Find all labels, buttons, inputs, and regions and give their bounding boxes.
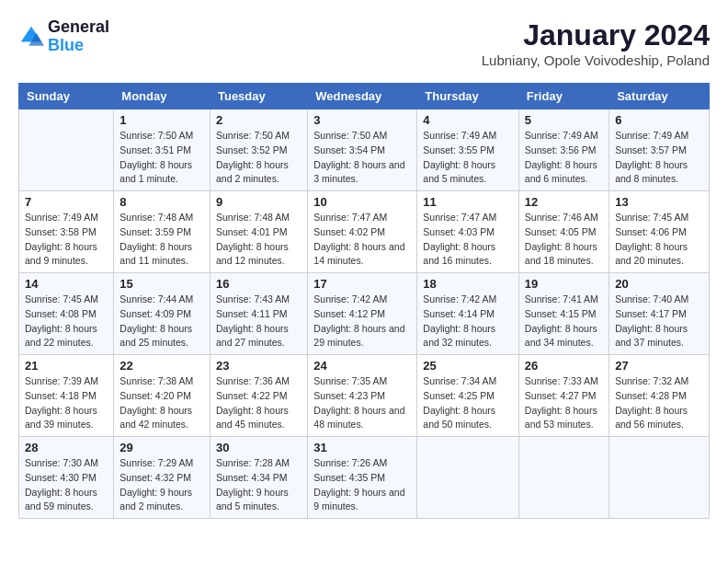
page-subtitle: Lubniany, Opole Voivodeship, Poland	[482, 52, 710, 68]
day-number: 10	[313, 195, 411, 209]
column-header-thursday: Thursday	[417, 84, 519, 109]
day-number: 28	[25, 441, 108, 454]
day-info: Sunrise: 7:45 AMSunset: 4:08 PMDaylight:…	[25, 293, 108, 350]
calendar-week-row: 1Sunrise: 7:50 AMSunset: 3:51 PMDaylight…	[19, 109, 710, 191]
calendar-week-row: 28Sunrise: 7:30 AMSunset: 4:30 PMDayligh…	[19, 437, 710, 519]
calendar-cell: 29Sunrise: 7:29 AMSunset: 4:32 PMDayligh…	[114, 437, 210, 519]
calendar-cell: 17Sunrise: 7:42 AMSunset: 4:12 PMDayligh…	[308, 273, 417, 355]
day-number: 31	[313, 441, 411, 454]
calendar-cell: 11Sunrise: 7:47 AMSunset: 4:03 PMDayligh…	[417, 191, 519, 273]
calendar-cell: 16Sunrise: 7:43 AMSunset: 4:11 PMDayligh…	[210, 273, 307, 355]
calendar-cell: 26Sunrise: 7:33 AMSunset: 4:27 PMDayligh…	[518, 355, 609, 437]
calendar-cell: 7Sunrise: 7:49 AMSunset: 3:58 PMDaylight…	[19, 191, 114, 273]
day-info: Sunrise: 7:48 AMSunset: 3:59 PMDaylight:…	[119, 211, 204, 269]
day-info: Sunrise: 7:49 AMSunset: 3:55 PMDaylight:…	[423, 129, 513, 187]
calendar-cell: 6Sunrise: 7:49 AMSunset: 3:57 PMDaylight…	[609, 109, 710, 191]
calendar-cell: 22Sunrise: 7:38 AMSunset: 4:20 PMDayligh…	[114, 355, 210, 437]
calendar-table: SundayMondayTuesdayWednesdayThursdayFrid…	[18, 83, 710, 519]
day-info: Sunrise: 7:30 AMSunset: 4:30 PMDaylight:…	[25, 456, 108, 514]
day-number: 23	[216, 359, 301, 373]
day-number: 17	[313, 277, 411, 291]
calendar-cell: 5Sunrise: 7:49 AMSunset: 3:56 PMDaylight…	[518, 109, 609, 191]
calendar-cell: 10Sunrise: 7:47 AMSunset: 4:02 PMDayligh…	[308, 191, 417, 273]
day-number: 13	[615, 195, 703, 209]
calendar-cell: 2Sunrise: 7:50 AMSunset: 3:52 PMDaylight…	[210, 109, 307, 191]
day-number: 24	[313, 359, 411, 373]
logo: General Blue	[18, 18, 109, 55]
calendar-cell: 31Sunrise: 7:26 AMSunset: 4:35 PMDayligh…	[308, 437, 417, 519]
calendar-cell: 8Sunrise: 7:48 AMSunset: 3:59 PMDaylight…	[114, 191, 210, 273]
calendar-cell: 13Sunrise: 7:45 AMSunset: 4:06 PMDayligh…	[609, 191, 710, 273]
day-info: Sunrise: 7:32 AMSunset: 4:28 PMDaylight:…	[615, 374, 703, 432]
day-number: 7	[25, 195, 108, 209]
day-info: Sunrise: 7:49 AMSunset: 3:58 PMDaylight:…	[25, 211, 108, 269]
page-header: General Blue January 2024 Lubniany, Opol…	[18, 18, 710, 68]
day-number: 25	[423, 359, 513, 373]
calendar-cell: 18Sunrise: 7:42 AMSunset: 4:14 PMDayligh…	[417, 273, 519, 355]
column-header-saturday: Saturday	[609, 84, 710, 109]
calendar-cell	[417, 437, 519, 519]
day-info: Sunrise: 7:40 AMSunset: 4:17 PMDaylight:…	[615, 293, 703, 350]
day-number: 4	[423, 113, 513, 127]
title-block: January 2024 Lubniany, Opole Voivodeship…	[482, 18, 710, 68]
calendar-cell	[19, 109, 114, 191]
calendar-cell: 21Sunrise: 7:39 AMSunset: 4:18 PMDayligh…	[19, 355, 114, 437]
day-number: 5	[525, 113, 603, 127]
day-number: 8	[119, 195, 204, 209]
calendar-cell: 27Sunrise: 7:32 AMSunset: 4:28 PMDayligh…	[609, 355, 710, 437]
day-number: 2	[216, 113, 301, 127]
day-info: Sunrise: 7:29 AMSunset: 4:32 PMDaylight:…	[119, 456, 204, 514]
calendar-cell: 25Sunrise: 7:34 AMSunset: 4:25 PMDayligh…	[417, 355, 519, 437]
column-header-sunday: Sunday	[19, 84, 114, 109]
logo-icon	[18, 24, 44, 50]
day-info: Sunrise: 7:36 AMSunset: 4:22 PMDaylight:…	[216, 374, 301, 432]
calendar-cell: 15Sunrise: 7:44 AMSunset: 4:09 PMDayligh…	[114, 273, 210, 355]
calendar-cell: 4Sunrise: 7:49 AMSunset: 3:55 PMDaylight…	[417, 109, 519, 191]
column-header-tuesday: Tuesday	[210, 84, 307, 109]
day-number: 9	[216, 195, 301, 209]
day-info: Sunrise: 7:44 AMSunset: 4:09 PMDaylight:…	[119, 293, 204, 350]
day-info: Sunrise: 7:50 AMSunset: 3:52 PMDaylight:…	[216, 129, 301, 187]
calendar-week-row: 7Sunrise: 7:49 AMSunset: 3:58 PMDaylight…	[19, 191, 710, 273]
day-number: 30	[216, 441, 301, 454]
calendar-cell: 24Sunrise: 7:35 AMSunset: 4:23 PMDayligh…	[308, 355, 417, 437]
day-info: Sunrise: 7:43 AMSunset: 4:11 PMDaylight:…	[216, 293, 301, 350]
calendar-cell: 3Sunrise: 7:50 AMSunset: 3:54 PMDaylight…	[308, 109, 417, 191]
day-number: 1	[119, 113, 204, 127]
day-number: 3	[313, 113, 411, 127]
day-info: Sunrise: 7:46 AMSunset: 4:05 PMDaylight:…	[525, 211, 603, 269]
day-info: Sunrise: 7:33 AMSunset: 4:27 PMDaylight:…	[525, 374, 603, 432]
calendar-cell: 9Sunrise: 7:48 AMSunset: 4:01 PMDaylight…	[210, 191, 307, 273]
calendar-cell: 23Sunrise: 7:36 AMSunset: 4:22 PMDayligh…	[210, 355, 307, 437]
day-number: 18	[423, 277, 513, 291]
day-info: Sunrise: 7:38 AMSunset: 4:20 PMDaylight:…	[119, 374, 204, 432]
calendar-cell: 19Sunrise: 7:41 AMSunset: 4:15 PMDayligh…	[518, 273, 609, 355]
day-number: 27	[615, 359, 703, 373]
calendar-header-row: SundayMondayTuesdayWednesdayThursdayFrid…	[19, 84, 710, 109]
logo-text: General Blue	[48, 18, 109, 55]
calendar-week-row: 21Sunrise: 7:39 AMSunset: 4:18 PMDayligh…	[19, 355, 710, 437]
day-info: Sunrise: 7:50 AMSunset: 3:51 PMDaylight:…	[119, 129, 204, 187]
day-info: Sunrise: 7:47 AMSunset: 4:03 PMDaylight:…	[423, 211, 513, 269]
day-number: 15	[119, 277, 204, 291]
day-number: 26	[525, 359, 603, 373]
day-info: Sunrise: 7:49 AMSunset: 3:57 PMDaylight:…	[615, 129, 703, 187]
calendar-week-row: 14Sunrise: 7:45 AMSunset: 4:08 PMDayligh…	[19, 273, 710, 355]
day-info: Sunrise: 7:26 AMSunset: 4:35 PMDaylight:…	[313, 456, 411, 514]
day-info: Sunrise: 7:42 AMSunset: 4:12 PMDaylight:…	[313, 293, 411, 350]
day-info: Sunrise: 7:48 AMSunset: 4:01 PMDaylight:…	[216, 211, 301, 269]
day-info: Sunrise: 7:35 AMSunset: 4:23 PMDaylight:…	[313, 374, 411, 432]
calendar-cell: 30Sunrise: 7:28 AMSunset: 4:34 PMDayligh…	[210, 437, 307, 519]
day-number: 12	[525, 195, 603, 209]
day-number: 14	[25, 277, 108, 291]
calendar-cell: 1Sunrise: 7:50 AMSunset: 3:51 PMDaylight…	[114, 109, 210, 191]
day-number: 29	[119, 441, 204, 454]
day-info: Sunrise: 7:41 AMSunset: 4:15 PMDaylight:…	[525, 293, 603, 350]
calendar-cell: 12Sunrise: 7:46 AMSunset: 4:05 PMDayligh…	[518, 191, 609, 273]
day-number: 11	[423, 195, 513, 209]
day-number: 6	[615, 113, 703, 127]
calendar-cell: 28Sunrise: 7:30 AMSunset: 4:30 PMDayligh…	[19, 437, 114, 519]
calendar-cell	[609, 437, 710, 519]
day-info: Sunrise: 7:49 AMSunset: 3:56 PMDaylight:…	[525, 129, 603, 187]
column-header-wednesday: Wednesday	[308, 84, 417, 109]
